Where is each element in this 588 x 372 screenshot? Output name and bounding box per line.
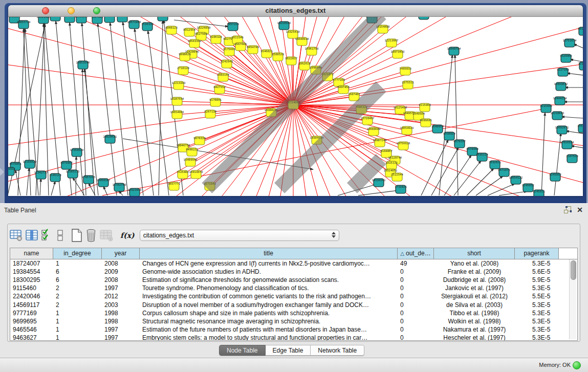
tab-node-table[interactable]: Node Table: [219, 345, 266, 356]
table-cell[interactable]: 6: [53, 268, 102, 275]
table-cell[interactable]: 19384554: [10, 268, 53, 275]
table-cell[interactable]: 1: [53, 334, 102, 341]
table-cell[interactable]: 0: [398, 301, 434, 309]
table-cell[interactable]: 18724007: [10, 260, 53, 267]
table-cell[interactable]: 0: [398, 326, 434, 333]
column-header-name[interactable]: name: [10, 248, 53, 259]
table-row[interactable]: 1938455462009Genome-wide association stu…: [10, 268, 577, 276]
table-cell[interactable]: 9699695: [10, 318, 53, 325]
function-builder-icon[interactable]: f(x): [120, 231, 135, 239]
network-window-titlebar[interactable]: citations_edges.txt: [8, 5, 583, 17]
table-cell[interactable]: 9115460: [10, 285, 53, 292]
table-row[interactable]: 1830029562008Estimation of significance …: [10, 276, 577, 284]
table-cell[interactable]: Jankovic et al. (1997): [434, 285, 515, 292]
table-cell[interactable]: 0: [398, 318, 434, 325]
table-cell[interactable]: 6: [53, 276, 102, 283]
table-cell[interactable]: Nakamura et al. (1997): [434, 326, 515, 333]
table-cell[interactable]: 5.3E-5: [515, 285, 559, 292]
table-cell[interactable]: 0: [398, 334, 434, 341]
table-cell[interactable]: 1997: [102, 326, 140, 333]
table-cell[interactable]: 1998: [102, 318, 140, 325]
table-cell[interactable]: 1997: [102, 285, 140, 292]
resize-grip-icon[interactable]: [8, 17, 583, 196]
table-cell[interactable]: 9463627: [10, 334, 53, 341]
table-cell[interactable]: 0: [398, 293, 434, 300]
table-cell[interactable]: Estimation of the future numbers of pati…: [140, 326, 398, 333]
column-header-pagerank[interactable]: pagerank: [515, 248, 559, 259]
table-selector-dropdown[interactable]: citations_edges.txt: [140, 230, 339, 241]
table-cell[interactable]: Franke et al. (2009): [434, 268, 515, 275]
table-cell[interactable]: 2003: [102, 301, 140, 309]
table-row[interactable]: 946554611997Estimation of the future num…: [10, 325, 577, 334]
table-cell[interactable]: 0: [398, 268, 434, 275]
panel-collapse-handle[interactable]: [0, 168, 4, 176]
select-checkboxes-icon[interactable]: [41, 228, 50, 243]
new-file-icon[interactable]: [71, 228, 82, 243]
table-cell[interactable]: 5.3E-5: [515, 310, 559, 317]
table-cell[interactable]: 2: [53, 301, 102, 309]
table-cell[interactable]: Disruption of a novel member of a sodium…: [140, 301, 398, 309]
table-cell[interactable]: Structural magnetic resonance image aver…: [140, 318, 398, 325]
table-settings-icon[interactable]: [10, 228, 23, 243]
row-height-icon[interactable]: [57, 228, 63, 243]
table-cell[interactable]: 9465546: [10, 326, 53, 333]
table-cell[interactable]: 0: [398, 276, 434, 283]
table-row[interactable]: 2242004622012Investigating the contribut…: [10, 292, 577, 300]
table-cell[interactable]: 0: [398, 310, 434, 317]
tab-network-table[interactable]: Network Table: [311, 345, 364, 356]
table-cell[interactable]: 2008: [102, 260, 140, 267]
table-cell[interactable]: de Silva et al. (2003): [434, 301, 515, 309]
table-row[interactable]: 911546021997Tourette syndrome. Phenomeno…: [10, 284, 577, 292]
table-cell[interactable]: Yano et al. (2008): [434, 260, 515, 267]
network-window[interactable]: citations_edges.txt 96183042405572420691…: [5, 3, 586, 203]
table-cell[interactable]: 5.3E-5: [515, 326, 559, 333]
close-panel-icon[interactable]: ✕: [577, 206, 583, 213]
table-cell[interactable]: 5.3E-5: [515, 318, 559, 325]
table-cell[interactable]: Estimation of significance thresholds fo…: [140, 276, 398, 283]
table-cell[interactable]: 5.9E-5: [515, 276, 559, 283]
column-header-year[interactable]: year: [102, 248, 140, 259]
table-cell[interactable]: 0: [398, 285, 434, 292]
table-cell[interactable]: 9777169: [10, 310, 53, 317]
table-cell[interactable]: 1: [53, 310, 102, 317]
table-cell[interactable]: Embryonic stem cells: a model to study s…: [140, 334, 398, 341]
table-cell[interactable]: 14569117: [10, 301, 53, 309]
table-cell[interactable]: 5.3E-5: [515, 301, 559, 309]
network-canvas[interactable]: 9618304240557242069140618653362198613101…: [8, 17, 583, 196]
table-cell[interactable]: 2009: [102, 268, 140, 275]
table-cell[interactable]: Stergiakouli et al. (2012): [434, 293, 515, 300]
show-columns-icon[interactable]: [26, 228, 38, 243]
table-cell[interactable]: Wolkin et al. (1998): [434, 318, 515, 325]
table-cell[interactable]: 22420046: [10, 293, 53, 300]
table-row[interactable]: 1456911722003Disruption of a novel membe…: [10, 300, 577, 309]
table-cell[interactable]: 5.6E-5: [515, 268, 559, 275]
table-cell[interactable]: Corpus callosum shape and size in male p…: [140, 310, 398, 317]
table-cell[interactable]: 49: [398, 260, 434, 267]
table-row[interactable]: 977716911998Corpus callosum shape and si…: [10, 309, 577, 317]
table-cell[interactable]: 2012: [102, 293, 140, 300]
table-cell[interactable]: 1998: [102, 310, 140, 317]
table-cell[interactable]: Hescheler et al. (1997): [434, 334, 515, 341]
column-header-in_degree[interactable]: in_degree: [53, 248, 102, 259]
tab-edge-table[interactable]: Edge Table: [266, 345, 311, 356]
table-cell[interactable]: Dudbridge et al. (2008): [434, 276, 515, 283]
table-cell[interactable]: Changes of HCN gene expression and I(f) …: [140, 260, 398, 267]
table-cell[interactable]: 2008: [102, 276, 140, 283]
column-header-title[interactable]: title: [140, 248, 398, 259]
table-cell[interactable]: Genome-wide association studies in ADHD.: [140, 268, 398, 275]
table-cell[interactable]: 2: [53, 293, 102, 300]
column-header-out_de[interactable]: △out_de…: [398, 248, 434, 259]
column-header-short[interactable]: short: [434, 248, 515, 259]
table-cell[interactable]: 5.3E-5: [515, 334, 559, 341]
table-cell[interactable]: 2: [53, 285, 102, 292]
table-cell[interactable]: 5.3E-5: [515, 260, 559, 267]
table-cell[interactable]: 18300295: [10, 276, 53, 283]
delete-icon[interactable]: [85, 228, 97, 243]
table-scrollbar[interactable]: [569, 259, 576, 339]
table-cell[interactable]: 1997: [102, 334, 140, 341]
table-cell[interactable]: Investigating the contribution of common…: [140, 293, 398, 300]
table-cell[interactable]: 5.5E-5: [515, 293, 559, 300]
table-cell[interactable]: Tibbo et al. (1998): [434, 310, 515, 317]
table-row[interactable]: 969969511998Structural magnetic resonanc…: [10, 317, 577, 325]
table-row[interactable]: 946362711997Embryonic stem cells: a mode…: [10, 334, 577, 341]
